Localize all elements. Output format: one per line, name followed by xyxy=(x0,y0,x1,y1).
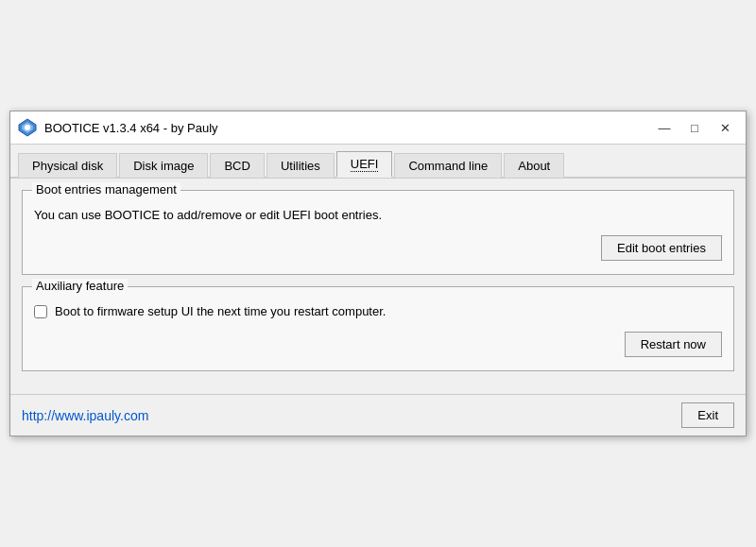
maximize-button[interactable]: □ xyxy=(681,117,708,138)
tab-about[interactable]: About xyxy=(504,153,564,178)
tab-command-line[interactable]: Command line xyxy=(394,153,502,178)
titlebar: BOOTICE v1.3.4 x64 - by Pauly — □ ✕ xyxy=(10,111,746,145)
main-content: Boot entries management You can use BOOT… xyxy=(10,179,746,394)
auxiliary-title: Auxiliary feature xyxy=(32,279,128,293)
edit-boot-entries-button[interactable]: Edit boot entries xyxy=(601,235,722,261)
main-window: BOOTICE v1.3.4 x64 - by Pauly — □ ✕ Phys… xyxy=(9,111,747,436)
window-title: BOOTICE v1.3.4 x64 - by Pauly xyxy=(44,121,218,135)
svg-point-2 xyxy=(25,125,30,130)
boot-entries-btn-row: Edit boot entries xyxy=(34,235,722,261)
tab-disk-image[interactable]: Disk image xyxy=(119,153,208,178)
tab-utilities[interactable]: Utilities xyxy=(266,153,335,178)
restart-now-button[interactable]: Restart now xyxy=(625,332,722,357)
titlebar-controls: — □ ✕ xyxy=(651,117,738,138)
tab-uefi[interactable]: UEFI xyxy=(336,151,393,178)
tab-bcd[interactable]: BCD xyxy=(210,153,264,178)
close-button[interactable]: ✕ xyxy=(712,117,738,138)
footer-right: Exit xyxy=(681,402,734,428)
tab-physical-disk[interactable]: Physical disk xyxy=(18,153,117,178)
boot-entries-group: Boot entries management You can use BOOT… xyxy=(22,190,734,275)
exit-button[interactable]: Exit xyxy=(681,402,734,428)
boot-entries-description: You can use BOOTICE to add/remove or edi… xyxy=(34,208,722,222)
website-link[interactable]: http://www.ipauly.com xyxy=(22,408,148,423)
restart-btn-row: Restart now xyxy=(34,332,722,357)
tabs-bar: Physical disk Disk image BCD Utilities U… xyxy=(10,145,746,179)
firmware-checkbox-label[interactable]: Boot to firmware setup UI the next time … xyxy=(55,304,386,318)
boot-entries-title: Boot entries management xyxy=(32,182,180,197)
footer: http://www.ipauly.com Exit xyxy=(10,394,746,436)
auxiliary-group: Auxiliary feature Boot to firmware setup… xyxy=(22,286,734,371)
minimize-button[interactable]: — xyxy=(651,117,678,138)
firmware-checkbox[interactable] xyxy=(34,305,47,318)
app-icon xyxy=(18,118,37,137)
auxiliary-content: Boot to firmware setup UI the next time … xyxy=(34,304,722,357)
titlebar-left: BOOTICE v1.3.4 x64 - by Pauly xyxy=(18,118,218,137)
firmware-checkbox-row: Boot to firmware setup UI the next time … xyxy=(34,304,722,318)
boot-entries-content: You can use BOOTICE to add/remove or edi… xyxy=(34,208,722,261)
